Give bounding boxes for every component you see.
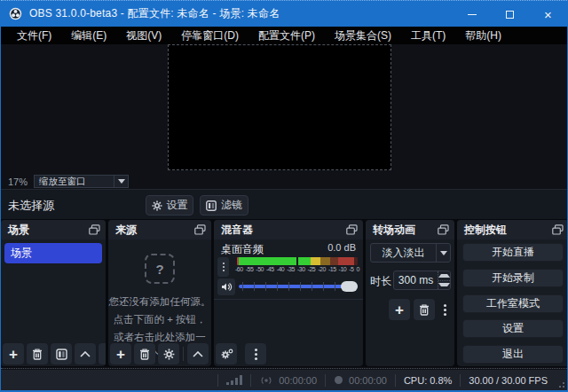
title-bar: OBS 31.0.0-beta3 - 配置文件: 未命名 - 场景: 未命名 × <box>1 0 567 27</box>
source-properties-button[interactable] <box>158 343 179 365</box>
remove-transition-button[interactable] <box>414 299 435 320</box>
zoom-dropdown-arrow <box>114 176 128 187</box>
mixer-channel-row: 桌面音频 0.0 dB <box>221 242 356 257</box>
menu-docks[interactable]: 停靠窗口(D) <box>171 27 248 44</box>
kebab-icon <box>223 263 225 271</box>
maximize-button[interactable] <box>491 1 529 27</box>
transitions-dock: 转场动画 淡入淡出 时长 300 ms + <box>366 220 454 366</box>
source-settings-button[interactable]: 设置 <box>146 195 193 216</box>
toolbar-separator <box>183 347 184 361</box>
add-transition-button[interactable]: + <box>389 299 410 320</box>
duration-label: 时长 <box>370 274 391 289</box>
transition-dropdown[interactable]: 淡入淡出 <box>370 243 451 263</box>
add-source-button[interactable]: + <box>110 343 131 365</box>
scenes-title: 场景 <box>1 223 29 238</box>
menu-profile[interactable]: 配置文件(P) <box>248 27 325 44</box>
kebab-icon <box>255 349 257 360</box>
minimize-button[interactable] <box>453 1 491 27</box>
maximize-icon <box>506 11 514 19</box>
trash-icon <box>139 349 150 360</box>
start-recording-button[interactable]: 开始录制 <box>462 269 564 287</box>
mixer-header: 混音器 <box>214 220 363 239</box>
record-timer: 00:00:00 <box>349 375 387 386</box>
move-source-up-button[interactable] <box>187 343 209 365</box>
source-filters-button[interactable]: 滤镜 <box>200 195 248 216</box>
popout-dock-icon[interactable] <box>194 224 206 235</box>
status-separator <box>325 374 326 387</box>
scene-filters-button[interactable] <box>51 343 72 365</box>
volume-slider[interactable] <box>239 278 358 294</box>
status-separator <box>395 374 396 387</box>
chevron-down-icon <box>438 283 450 286</box>
scene-list-item-selected[interactable]: 场景 <box>4 243 102 263</box>
preview-canvas[interactable] <box>168 44 391 170</box>
mute-button[interactable] <box>217 278 235 295</box>
popout-dock-icon[interactable] <box>438 224 449 235</box>
menu-tools[interactable]: 工具(T) <box>401 27 455 44</box>
settings-button[interactable]: 设置 <box>462 319 564 338</box>
dock-splitter[interactable] <box>1 368 567 369</box>
zoom-percent: 17% <box>8 176 28 187</box>
plus-icon: + <box>395 302 404 318</box>
trash-icon <box>32 349 43 360</box>
popout-dock-icon[interactable] <box>89 224 100 235</box>
mixer-more-button[interactable] <box>245 343 266 365</box>
filters-icon <box>56 349 67 360</box>
menu-edit[interactable]: 编辑(E) <box>61 27 116 44</box>
menu-scene-collection[interactable]: 场景集合(S) <box>325 27 401 44</box>
popout-dock-icon[interactable] <box>346 224 358 235</box>
spin-up-button[interactable] <box>438 271 450 280</box>
scenes-toolbar: + <box>3 343 106 365</box>
volume-handle[interactable] <box>341 281 358 292</box>
studio-mode-button[interactable]: 工作室模式 <box>462 294 564 313</box>
mixer-title: 混音器 <box>214 223 253 238</box>
minimize-icon <box>468 14 477 15</box>
menu-help[interactable]: 帮助(H) <box>455 27 511 44</box>
menu-file[interactable]: 文件(F) <box>7 27 61 44</box>
zoom-mode-dropdown[interactable]: 缩放至窗口 <box>34 175 129 188</box>
remove-source-button[interactable] <box>134 343 155 365</box>
volume-meter <box>237 257 358 265</box>
resize-grip[interactable] <box>553 376 565 388</box>
status-separator <box>460 374 461 387</box>
move-scene-up-button[interactable] <box>75 343 96 365</box>
hint-line-2: 点击下面的 + 按钮， <box>108 310 211 328</box>
controls-dock: 控制按钮 开始直播 开始录制 工作室模式 设置 退出 <box>457 220 568 366</box>
plus-icon: + <box>116 347 125 362</box>
fps-indicator: 30.00 / 30.00 FPS <box>469 375 548 386</box>
trash-icon <box>419 304 430 316</box>
preview-area: 17% 缩放至窗口 <box>1 44 567 189</box>
remove-scene-button[interactable] <box>27 343 48 365</box>
popout-dock-icon[interactable] <box>552 224 564 235</box>
scenes-more-button[interactable] <box>99 343 106 365</box>
close-button[interactable]: × <box>529 1 567 27</box>
transition-value: 淡入淡出 <box>371 246 436 261</box>
obs-logo-icon <box>9 7 22 20</box>
scenes-header: 场景 <box>1 220 106 239</box>
exit-button[interactable]: 退出 <box>462 345 564 364</box>
status-bar: 00:00:00 00:00:00 CPU: 0.8% 30.00 / 30.0… <box>1 370 567 390</box>
menu-view[interactable]: 视图(V) <box>116 27 171 44</box>
transition-properties-button[interactable] <box>438 299 452 320</box>
chevron-down-icon <box>118 179 125 184</box>
chevron-down-icon <box>440 251 447 255</box>
channel-menu-button[interactable] <box>217 257 229 277</box>
source-toolbar: 未选择源 设置 滤镜 <box>1 189 567 219</box>
record-icon <box>334 375 343 385</box>
duration-spinbox[interactable]: 300 ms <box>393 270 451 290</box>
stream-timer: 00:00:00 <box>279 375 317 386</box>
source-settings-label: 设置 <box>167 198 188 213</box>
spin-down-button[interactable] <box>438 280 450 290</box>
chevron-up-icon <box>80 351 91 357</box>
menu-bar: 文件(F) 编辑(E) 视图(V) 停靠窗口(D) 配置文件(P) 场景集合(S… <box>1 27 567 44</box>
mixer-dock: 混音器 桌面音频 0.0 dB -60-55-50-45-40-35-30-25… <box>214 220 363 366</box>
start-streaming-button[interactable]: 开始直播 <box>462 243 564 262</box>
mixer-separator <box>214 299 363 300</box>
channel-name: 桌面音频 <box>221 242 264 257</box>
add-scene-button[interactable]: + <box>3 343 24 365</box>
no-source-label: 未选择源 <box>8 198 54 214</box>
meter-scale: -60-55-50-45-40-35-30-25-20-15-10-50 <box>235 266 359 272</box>
advanced-audio-button[interactable] <box>216 343 237 365</box>
sources-toolbar: + <box>110 343 211 365</box>
source-filters-label: 滤镜 <box>221 198 242 213</box>
